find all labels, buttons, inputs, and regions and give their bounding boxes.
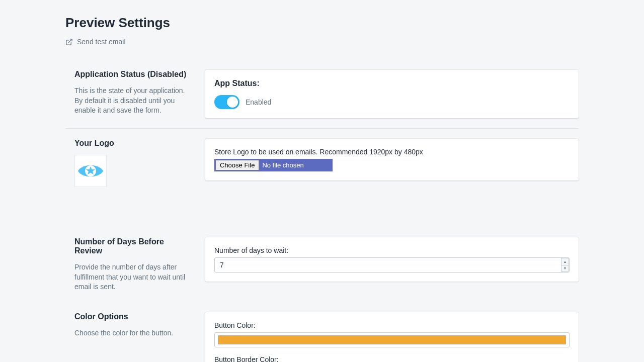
colors-card: Button Color: Button Border Color: xyxy=(205,312,579,362)
border-color-label: Button Border Color: xyxy=(214,355,570,362)
status-desc: This is the state of your application. B… xyxy=(74,86,193,116)
choose-file-button[interactable]: Choose File xyxy=(215,160,259,170)
send-test-email-label: Send test email xyxy=(77,38,126,46)
days-step-up[interactable]: ▲ xyxy=(561,258,569,265)
days-step-down[interactable]: ▼ xyxy=(561,265,569,273)
days-card: Number of days to wait: ▲ ▼ xyxy=(205,237,579,282)
days-desc: Provide the number of days after fulfill… xyxy=(74,262,193,292)
button-color-label: Button Color: xyxy=(214,321,570,329)
external-link-icon xyxy=(65,38,73,46)
toggle-knob xyxy=(227,97,238,108)
status-card: App Status: Enabled xyxy=(205,70,579,118)
logo-heading: Your Logo xyxy=(74,139,193,148)
app-status-toggle[interactable] xyxy=(214,95,239,109)
page-title: Preview Settings xyxy=(65,15,579,31)
toggle-label: Enabled xyxy=(246,98,271,106)
file-chosen-text: No file chosen xyxy=(259,161,306,169)
status-card-title: App Status: xyxy=(214,79,570,88)
button-color-swatch xyxy=(218,335,566,344)
logo-preview xyxy=(74,155,107,187)
eye-star-icon xyxy=(77,162,104,179)
button-color-field[interactable] xyxy=(214,332,570,347)
days-input[interactable] xyxy=(214,257,570,273)
days-heading: Number of Days Before Review xyxy=(74,237,193,255)
logo-field-label: Store Logo to be used on emails. Recomme… xyxy=(214,148,570,156)
send-test-email-link[interactable]: Send test email xyxy=(65,38,579,46)
colors-heading: Color Options xyxy=(74,312,193,321)
logo-file-input[interactable]: Choose File No file chosen xyxy=(214,159,333,171)
status-heading: Application Status (Disabled) xyxy=(74,70,193,79)
svg-line-0 xyxy=(68,39,72,42)
colors-desc: Choose the color for the button. xyxy=(74,328,193,338)
days-field-label: Number of days to wait: xyxy=(214,246,570,254)
logo-card: Store Logo to be used on emails. Recomme… xyxy=(205,139,579,180)
